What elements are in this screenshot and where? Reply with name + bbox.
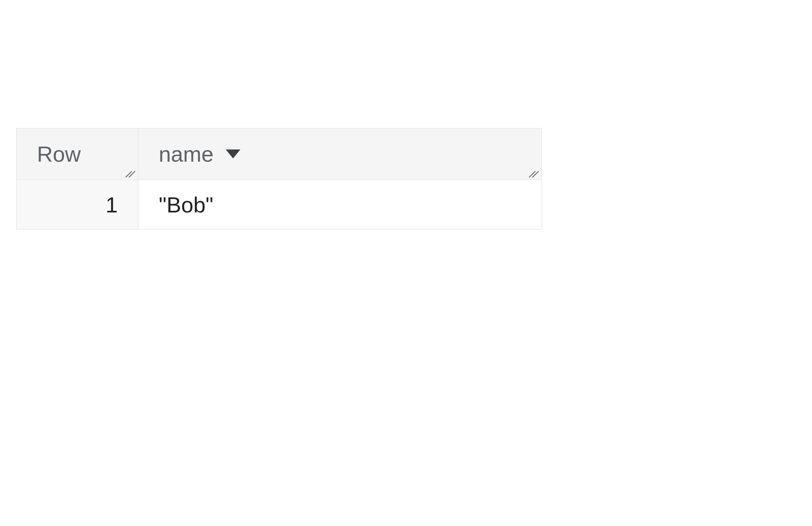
svg-line-1 [129, 171, 135, 177]
row-number-cell: 1 [17, 180, 138, 229]
svg-line-4 [533, 171, 538, 177]
cell-name[interactable]: "Bob" [138, 180, 542, 229]
column-resize-handle[interactable] [527, 170, 539, 178]
column-header-name[interactable]: name [138, 128, 542, 180]
table-row: 1 "Bob" [17, 180, 542, 229]
svg-line-3 [529, 171, 535, 177]
column-resize-handle[interactable] [123, 170, 136, 178]
svg-line-0 [126, 171, 132, 177]
sort-desc-icon[interactable] [226, 149, 240, 158]
results-table: Row name [16, 128, 542, 229]
svg-marker-2 [226, 149, 240, 158]
table-header-row: Row name [17, 128, 542, 180]
column-header-label: name [159, 141, 214, 167]
column-header-row[interactable]: Row [17, 128, 138, 180]
column-header-label: Row [37, 142, 81, 166]
